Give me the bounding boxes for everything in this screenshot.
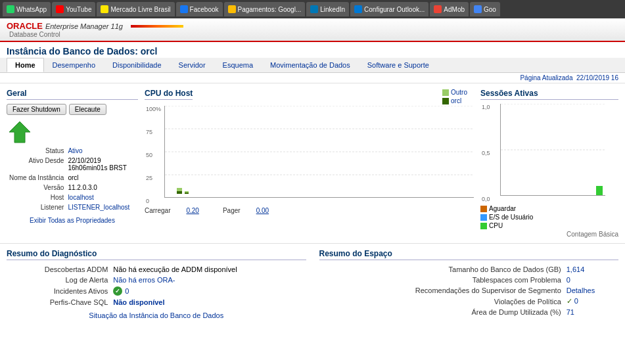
pager-label: Pager — [223, 207, 241, 214]
tab-admob[interactable]: AdMob — [430, 2, 469, 16]
resumo-diag-table: Descobertas ADDM Não há execução de ADDM… — [7, 264, 306, 307]
sess-y-05: 0,5 — [482, 150, 490, 156]
versao-value: 11.2.0.3.0 — [66, 183, 137, 192]
host-link[interactable]: localhost — [68, 194, 93, 201]
pager-value[interactable]: 0.00 — [256, 207, 269, 214]
sessoes-chart-svg — [500, 104, 605, 196]
sessoes-chart-wrapper: 1,0 0,5 0,0 — [500, 104, 618, 202]
tab-goo[interactable]: Goo — [470, 2, 500, 16]
row-violacoes: Violações de Política ✓ 0 — [319, 296, 619, 307]
cpu-chart-svg — [164, 106, 474, 198]
tab-home[interactable]: Home — [7, 58, 44, 72]
tab-servidor[interactable]: Servidor — [170, 58, 214, 72]
tab-movimentacao[interactable]: Movimentação de Dados — [262, 58, 359, 72]
tab-youtube[interactable]: YouTube — [52, 2, 95, 16]
row-incidentes: Incidentes Ativos ✓ 0 — [7, 285, 306, 297]
tab-software[interactable]: Software e Suporte — [359, 58, 438, 72]
shutdown-button[interactable]: Fazer Shutdown — [7, 104, 66, 115]
situacao-link[interactable]: Situação da Instância do Banco de Dados — [7, 311, 306, 319]
sessoes-y-labels: 1,0 0,5 0,0 — [482, 104, 490, 202]
panel-sessoes: Sessões Ativas 1,0 0,5 0,0 Aguardar E/S — [480, 89, 618, 238]
recomendacoes-label: Recomendações do Supervisor de Segmento — [319, 285, 564, 296]
dump-link[interactable]: 71 — [567, 308, 574, 316]
es-label: E/S de Usuário — [489, 214, 533, 221]
whatsapp-icon — [7, 5, 14, 13]
tab-whatsapp[interactable]: WhatsApp — [3, 2, 51, 16]
oracle-bar — [131, 25, 183, 28]
row-tablespaces: Tablespaces com Problema 0 — [319, 275, 619, 285]
tab-outlook[interactable]: Configurar Outlook... — [350, 2, 428, 16]
row-addm: Descobertas ADDM Não há execução de ADDM… — [7, 264, 306, 275]
host-value: localhost — [66, 193, 137, 202]
tablespaces-link[interactable]: 0 — [567, 276, 570, 284]
resumo-espaco-title: Resumo do Espaço — [319, 249, 619, 260]
legend-item-orcl: orcl — [442, 97, 467, 104]
carregar-value[interactable]: 0.20 — [186, 207, 198, 214]
cpu-y-100: 100% — [146, 106, 161, 112]
legend-cpu: CPU — [480, 222, 618, 229]
sess-y-10: 1,0 — [482, 104, 490, 110]
addm-value: Não há execução de ADDM disponível — [110, 264, 306, 275]
cpu-footer: Carregar 0.20 Pager 0.00 — [145, 207, 474, 214]
incidentes-label: Incidentes Ativos — [7, 285, 110, 297]
cpu-y-75: 75 — [146, 129, 161, 135]
tablespaces-label: Tablespaces com Problema — [319, 275, 564, 285]
es-color — [480, 214, 487, 221]
violacoes-link[interactable]: 0 — [574, 297, 578, 305]
tab-pagamentos[interactable]: Pagamentos: Googl... — [224, 2, 306, 16]
exibir-propriedades-link[interactable]: Exibir Todas as Propriedades — [7, 217, 138, 224]
incidentes-link[interactable]: 0 — [125, 287, 129, 295]
aguardar-color — [480, 206, 487, 212]
cpu-y-labels: 100% 75 50 25 0 — [146, 106, 161, 204]
violacoes-check-icon: ✓ — [567, 297, 572, 305]
tab-facebook[interactable]: Facebook — [176, 2, 223, 16]
svg-rect-7 — [185, 193, 189, 194]
legend-orcl-link[interactable]: orcl — [451, 97, 461, 104]
browser-toolbar: WhatsApp YouTube Mercado Livre Brasil Fa… — [0, 0, 625, 18]
incidentes-check-icon: ✓ — [113, 286, 122, 296]
row-perfis: Perfis-Chave SQL Não disponível — [7, 297, 306, 307]
update-time: 22/10/2019 16 — [576, 74, 618, 81]
listener-label: Listener — [8, 203, 65, 212]
tab-mercadolivre[interactable]: Mercado Livre Brasil — [97, 2, 174, 16]
perfis-value: Não disponível — [110, 297, 306, 307]
log-alerta-value: Não há erros ORA- — [110, 275, 306, 285]
facebook-icon — [180, 5, 188, 13]
log-alerta-label: Log de Alerta — [7, 275, 110, 285]
panel-cpu: CPU do Host Outro orcl 100% 75 50 25 0 — [145, 89, 474, 238]
oracle-branding: ORACLE Enterprise Manager 11g Database C… — [7, 21, 183, 38]
listener-link[interactable]: LISTENER_localhost — [68, 204, 129, 211]
row-log-alerta: Log de Alerta Não há erros ORA- — [7, 275, 306, 285]
nome-instancia-label: Nome da Instância — [8, 173, 65, 182]
update-label: Página Atualizada — [520, 74, 572, 81]
oracle-header: ORACLE Enterprise Manager 11g Database C… — [0, 18, 625, 42]
status-label: Status — [8, 147, 65, 155]
legend-outro-link[interactable]: Outro — [451, 89, 467, 96]
legend-orcl-color — [442, 98, 449, 104]
goo-icon — [474, 5, 482, 13]
tamanho-link[interactable]: 1,614 — [567, 265, 585, 273]
violacoes-label: Violações de Política — [319, 296, 564, 307]
cpu-y-0: 0 — [146, 198, 161, 204]
listener-value: LISTENER_localhost — [66, 203, 137, 212]
tab-desempenho[interactable]: Desempenho — [44, 58, 104, 72]
log-alerta-link[interactable]: Não há erros ORA- — [113, 276, 175, 284]
aguardar-label: Aguardar — [489, 205, 516, 212]
nome-instancia-value: orcl — [66, 173, 137, 182]
sess-y-00: 0,0 — [482, 196, 490, 202]
tab-linkedin[interactable]: LinkedIn — [306, 2, 349, 16]
oracle-subtitle: Database Control — [9, 31, 183, 38]
cpu-y-50: 50 — [146, 152, 161, 158]
status-link[interactable]: Ativo — [68, 147, 82, 154]
recomendacoes-link[interactable]: Detalhes — [567, 286, 595, 294]
tab-esquema[interactable]: Esquema — [214, 58, 262, 72]
geral-info-table: Status Ativo Ativo Desde 22/10/2019 16h0… — [7, 145, 138, 213]
outlook-icon — [354, 5, 362, 13]
main-content: Geral Fazer Shutdown Elecaute Status Ati… — [0, 83, 625, 243]
svg-rect-8 — [185, 191, 189, 193]
versao-label: Versão — [8, 183, 65, 192]
elecaute-button[interactable]: Elecaute — [69, 104, 106, 115]
addm-label: Descobertas ADDM — [7, 264, 110, 275]
tab-disponibilidade[interactable]: Disponibilidade — [104, 58, 170, 72]
dump-label: Área de Dump Utilizada (%) — [319, 307, 564, 317]
